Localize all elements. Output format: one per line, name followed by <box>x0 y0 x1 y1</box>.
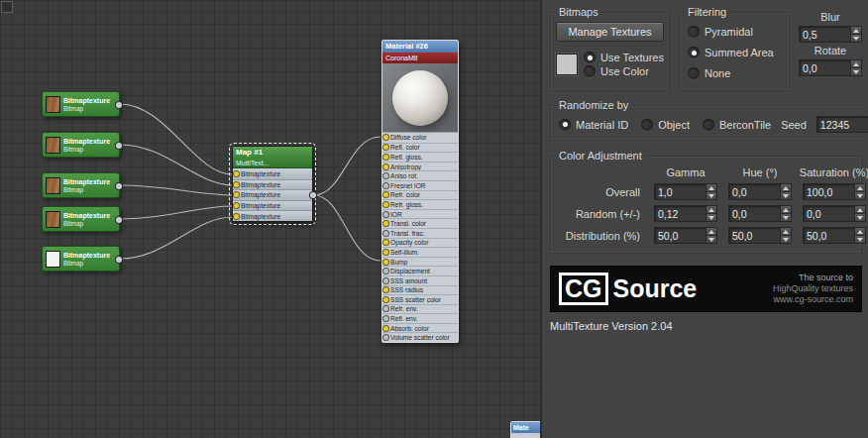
spinner-value[interactable]: 12345 <box>817 117 868 132</box>
input-socket[interactable] <box>383 297 388 302</box>
spinner-value[interactable]: 0,0 <box>800 60 850 75</box>
input-socket[interactable] <box>383 135 388 140</box>
color-swatch[interactable] <box>556 54 578 75</box>
input-socket[interactable] <box>383 145 388 150</box>
input-socket[interactable] <box>383 212 388 217</box>
material-slot[interactable]: Anisotropy <box>382 162 458 171</box>
spinner-arrows[interactable] <box>780 228 791 243</box>
use-textures-radio[interactable]: Use Textures <box>584 52 664 63</box>
material-slot[interactable]: Bump <box>382 257 458 267</box>
input-socket[interactable] <box>383 326 388 331</box>
connection-wire[interactable] <box>120 217 233 259</box>
spinner-up-arrow[interactable] <box>706 228 716 236</box>
spinner-arrows[interactable] <box>780 206 791 221</box>
node-graph-canvas[interactable]: BitmaptextureBitmapBitmaptextureBitmapBi… <box>0 0 540 438</box>
spinner[interactable]: 0,5 <box>799 26 862 43</box>
material-slot[interactable]: Refr. color <box>382 190 458 200</box>
radio-icon[interactable] <box>688 26 700 38</box>
material-slot[interactable]: SSS radius <box>382 285 458 295</box>
radio-icon[interactable] <box>559 119 571 131</box>
use-color-radio[interactable]: Use Color <box>584 65 664 77</box>
input-socket[interactable] <box>383 231 388 236</box>
spinner-arrows[interactable] <box>854 228 865 243</box>
material-slot[interactable]: Displacement <box>382 266 458 275</box>
spinner-up-arrow[interactable] <box>851 27 861 35</box>
spinner-value[interactable]: 50,0 <box>804 228 854 243</box>
map-input-slot[interactable]: Bitmaptexture <box>233 200 312 211</box>
material-slot[interactable]: SSS amount <box>382 275 458 285</box>
input-socket[interactable] <box>383 155 388 160</box>
spinner[interactable]: 1,0 <box>654 183 717 200</box>
bitmap-node[interactable]: BitmaptextureBitmap <box>42 172 120 198</box>
spinner[interactable]: 0,0 <box>799 59 862 76</box>
spinner-value[interactable]: 50,0 <box>729 228 780 243</box>
input-socket[interactable] <box>383 192 388 197</box>
spinner[interactable]: 50,0 <box>654 227 717 244</box>
bitmap-node[interactable]: BitmaptextureBitmap <box>42 206 120 232</box>
output-socket[interactable] <box>116 183 122 189</box>
bitmap-node[interactable]: BitmaptextureBitmap <box>42 91 120 117</box>
radio-icon[interactable] <box>641 119 653 131</box>
spinner-down-arrow[interactable] <box>851 35 861 42</box>
spinner-down-arrow[interactable] <box>855 236 865 243</box>
spinner-arrows[interactable] <box>780 184 791 199</box>
input-socket[interactable] <box>383 306 388 311</box>
connection-wire[interactable] <box>120 104 233 174</box>
output-socket[interactable] <box>116 257 122 263</box>
input-socket[interactable] <box>234 192 239 197</box>
randomize-option[interactable]: Object <box>641 119 690 131</box>
material-slot[interactable]: SSS scatter color <box>382 294 458 304</box>
spinner-value[interactable]: 0,0 <box>804 206 854 221</box>
input-socket[interactable] <box>383 240 388 245</box>
spinner-up-arrow[interactable] <box>851 60 861 68</box>
bitmap-node[interactable]: BitmaptextureBitmap <box>42 132 120 158</box>
input-socket[interactable] <box>234 203 239 208</box>
material-slot[interactable]: Volume scatter color <box>382 332 458 342</box>
material-slot[interactable]: Transl. color <box>382 218 458 228</box>
spinner-value[interactable]: 0,0 <box>729 184 780 199</box>
spinner-arrows[interactable] <box>850 27 861 42</box>
input-socket[interactable] <box>383 278 388 283</box>
spinner-up-arrow[interactable] <box>781 206 791 214</box>
spinner-up-arrow[interactable] <box>855 184 865 192</box>
spinner[interactable]: 0,0 <box>728 183 792 200</box>
spinner-down-arrow[interactable] <box>706 214 716 221</box>
input-socket[interactable] <box>383 269 388 274</box>
spinner-up-arrow[interactable] <box>706 206 716 214</box>
material-slot[interactable]: Refl. color <box>382 143 458 153</box>
input-socket[interactable] <box>383 173 388 178</box>
material-slot[interactable]: Aniso rot. <box>382 170 458 180</box>
spinner-down-arrow[interactable] <box>781 236 791 243</box>
spinner-value[interactable]: 0,0 <box>729 206 780 221</box>
spinner-arrows[interactable] <box>705 206 716 221</box>
spinner[interactable]: 100,0 <box>803 183 866 200</box>
spinner[interactable]: 12345 <box>816 116 868 133</box>
connection-wire[interactable] <box>314 137 380 195</box>
material-slot[interactable]: Refl. env. <box>382 313 458 323</box>
spinner-down-arrow[interactable] <box>706 236 716 243</box>
spinner[interactable]: 50,0 <box>803 227 866 244</box>
map-input-slot[interactable]: Bitmaptexture <box>233 189 312 200</box>
spinner[interactable]: 0,0 <box>728 205 792 222</box>
radio-icon[interactable] <box>703 119 714 131</box>
material-slot[interactable]: Refr. env. <box>382 304 458 314</box>
bitmap-node[interactable]: BitmaptextureBitmap <box>42 246 120 272</box>
corona-material-node[interactable]: Material #26 CoronaMtl Diffuse colorRefl… <box>381 40 459 343</box>
connection-wire[interactable] <box>120 145 233 185</box>
filtering-option[interactable]: Summed Area <box>688 47 781 58</box>
connection-wire[interactable] <box>120 206 233 219</box>
input-socket[interactable] <box>234 182 239 187</box>
map-output-socket[interactable] <box>310 192 316 198</box>
spinner-down-arrow[interactable] <box>855 192 865 199</box>
connection-wire[interactable] <box>120 185 233 195</box>
spinner-arrows[interactable] <box>854 184 865 199</box>
spinner-down-arrow[interactable] <box>855 214 865 221</box>
input-socket[interactable] <box>383 183 388 188</box>
spinner-arrows[interactable] <box>854 206 865 221</box>
spinner[interactable]: 0,12 <box>654 205 717 222</box>
input-socket[interactable] <box>383 202 388 207</box>
spinner-down-arrow[interactable] <box>781 214 791 221</box>
filtering-option[interactable]: Pyramidal <box>688 26 781 38</box>
manage-textures-button[interactable]: Manage Textures <box>556 22 664 42</box>
map-input-slot[interactable]: Bitmaptexture <box>233 210 312 221</box>
